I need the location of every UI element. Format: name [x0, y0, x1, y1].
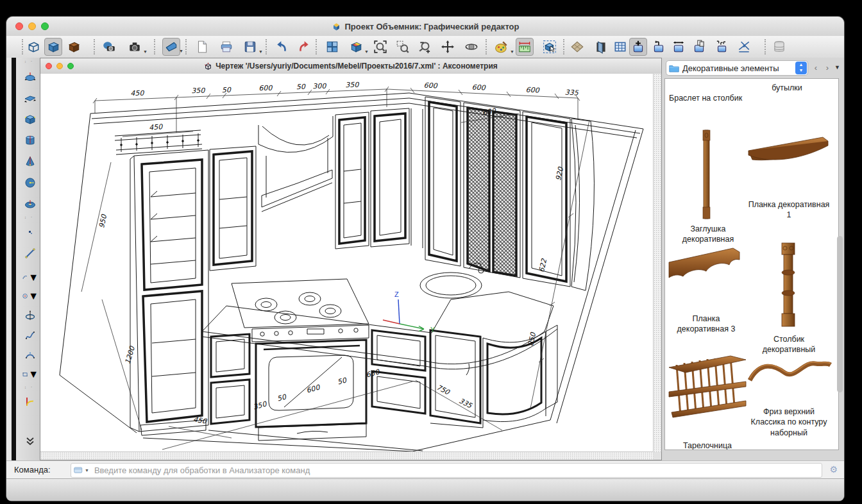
tool-palette: · · ·: [6, 58, 40, 460]
paint-materials-button[interactable]: ▼: [493, 38, 511, 56]
ellipse-axis-icon: [24, 309, 37, 322]
width-box-button[interactable]: [670, 38, 688, 56]
dim-label: 850: [527, 332, 537, 347]
disc-tool-button[interactable]: [22, 69, 38, 85]
nav-back-button[interactable]: ‹: [815, 63, 817, 72]
polyline-icon: [24, 329, 37, 342]
copy-box-button[interactable]: [690, 38, 708, 56]
save-button[interactable]: ▼: [241, 38, 259, 56]
rectangle-tool-button[interactable]: ▼: [22, 366, 38, 383]
library-item-thumb-tarelochnitsa[interactable]: [666, 355, 750, 426]
nav-forward-button[interactable]: ›: [826, 63, 829, 72]
library-item-thumb-zaglushka[interactable]: [697, 128, 715, 221]
measure-box-button[interactable]: [735, 38, 753, 56]
dimensions-button[interactable]: [516, 38, 534, 56]
disc-icon: [24, 71, 37, 83]
library-item-thumb-planka1[interactable]: [746, 135, 832, 171]
redo-button[interactable]: [294, 38, 312, 56]
library-item-label[interactable]: Браслет на столбик: [669, 93, 778, 103]
canvas-horizontal-scrollbar[interactable]: [40, 451, 654, 460]
more-tools-button[interactable]: [22, 433, 38, 449]
zoom-in-out-button[interactable]: [416, 38, 434, 56]
render-camera-button[interactable]: ▼: [126, 38, 144, 56]
dim-label: 50: [337, 376, 348, 386]
edit-selection-button[interactable]: [541, 38, 559, 56]
zoom-extents-button[interactable]: [371, 38, 389, 56]
print-button[interactable]: [217, 38, 235, 56]
dim-label: 650: [365, 367, 381, 379]
group-box-button[interactable]: [713, 38, 731, 56]
pan-icon: [441, 40, 455, 54]
wireframe-view-button[interactable]: [24, 38, 42, 56]
render-photo-button[interactable]: [100, 38, 118, 56]
canvas-vertical-scrollbar[interactable]: [653, 74, 661, 452]
library-item-label[interactable]: Заглушка декоративная: [668, 224, 748, 245]
perspective-view-icon: [164, 40, 178, 54]
dropdown-arrow-icon: ▼: [364, 49, 369, 54]
pan-button[interactable]: [439, 38, 457, 56]
library-item-thumb-planka3[interactable]: [666, 244, 746, 287]
drawing-canvas[interactable]: Y Z 450 350: [40, 74, 654, 452]
fitting-box-button[interactable]: [650, 38, 668, 56]
point-tool-button[interactable]: [22, 224, 38, 240]
command-input[interactable]: [93, 465, 822, 476]
point-icon: [24, 226, 37, 239]
panel-scrollbar-thumb[interactable]: [837, 236, 843, 392]
undo-icon: [275, 40, 289, 54]
width-box-icon: [672, 40, 686, 54]
library-item-thumb-friz[interactable]: [747, 357, 833, 388]
library-item-label[interactable]: Планка декоративная 1: [747, 199, 831, 221]
panel-menu-button[interactable]: ▼: [834, 64, 840, 71]
table-grid-button[interactable]: [611, 38, 629, 56]
copy-box-icon: [692, 40, 706, 54]
arc-tool-button[interactable]: ▼: [22, 269, 38, 286]
library-item-label[interactable]: Фриз верхний Классика по контуру наборны…: [748, 407, 829, 438]
textured-view-button[interactable]: [65, 38, 83, 56]
cone-tool-button[interactable]: [22, 153, 38, 170]
cylinder-tool-button[interactable]: [22, 132, 38, 149]
library-item-label[interactable]: Столбик декоративный: [747, 334, 831, 355]
box-tool-button[interactable]: [22, 111, 38, 128]
orbit-button[interactable]: [462, 38, 480, 56]
shaded-view-button[interactable]: [44, 38, 62, 56]
torus-tool-button[interactable]: [22, 196, 38, 212]
dropdown-arrow-icon: ▼: [258, 49, 263, 54]
sphere-tool-button[interactable]: [22, 174, 38, 191]
category-select[interactable]: Декоративные элементы ▲▼: [666, 60, 808, 76]
ellipse-axis-tool-button[interactable]: [22, 307, 38, 324]
dim-label: 350: [191, 87, 205, 96]
palette-handle[interactable]: · · ·: [24, 60, 36, 63]
tile-windows-button[interactable]: [323, 38, 341, 56]
toolbar-separator: [22, 39, 23, 55]
render-photo-icon: [102, 40, 116, 54]
palette-separator: · · ·: [24, 386, 36, 389]
torus-icon: [24, 197, 37, 210]
line-tool-button[interactable]: [22, 245, 38, 262]
library-item-thumb-stolbik[interactable]: [775, 242, 801, 329]
library-item-label[interactable]: Тарелочница: [669, 441, 746, 450]
library-item-list: бутылки Браслет на столбик Заглушка деко…: [664, 78, 839, 450]
app-window: Проект Объемник: Графический редактор: [6, 17, 844, 501]
plate-tool-button[interactable]: [22, 90, 38, 106]
window-footer: [6, 478, 844, 501]
gear-icon[interactable]: ⚙: [829, 464, 838, 475]
fillet-tool-button[interactable]: [22, 394, 38, 410]
polyline-tool-button[interactable]: [22, 327, 38, 344]
undo-button[interactable]: [273, 38, 291, 56]
dim-label: 300: [312, 82, 326, 91]
command-field[interactable]: ▼: [71, 463, 822, 478]
arch-tool-button[interactable]: [22, 346, 38, 363]
circle-tool-button[interactable]: ▼: [22, 288, 38, 305]
dim-label: 622: [537, 258, 548, 273]
library-item-label[interactable]: Планка декоративная 3: [666, 314, 746, 335]
dim-label: 950: [97, 214, 108, 229]
redo-icon: [296, 40, 310, 54]
database-button[interactable]: [770, 38, 788, 56]
texture-diamond-button[interactable]: [568, 38, 586, 56]
facade-door-button[interactable]: [592, 38, 610, 56]
new-document-button[interactable]: [193, 38, 211, 56]
zoom-window-button[interactable]: [394, 38, 412, 56]
add-box-button[interactable]: [629, 38, 647, 56]
perspective-view-button[interactable]: ▼: [162, 38, 180, 56]
materials-cube-button[interactable]: ▼: [347, 38, 365, 56]
